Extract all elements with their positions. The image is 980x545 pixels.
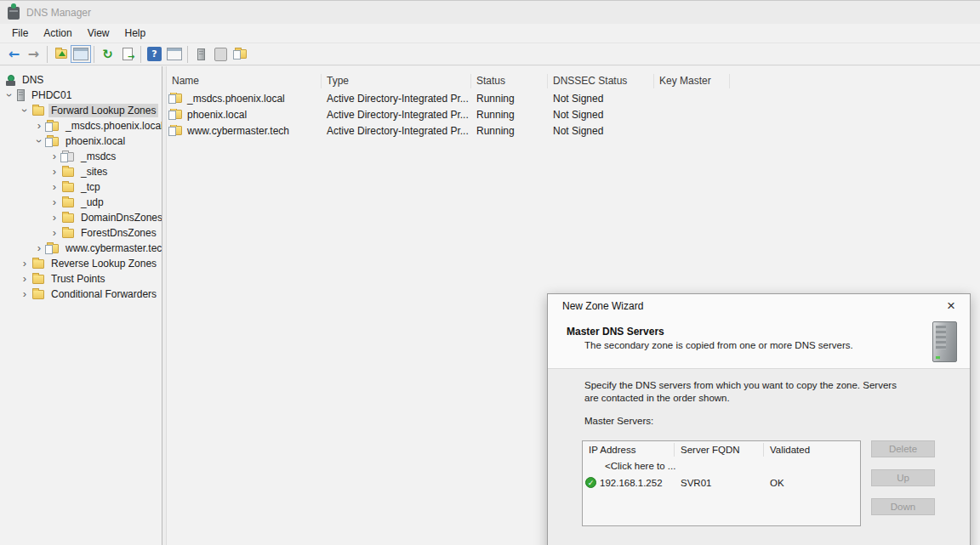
column-header-server-fqdn[interactable]: Server FQDN [675, 443, 764, 457]
console-tree: DNS › PHDC01 › Forward Lookup Zones › _m… [0, 66, 162, 545]
close-icon[interactable]: × [939, 297, 963, 315]
chevron-expanded-icon[interactable]: › [20, 104, 30, 117]
tree-item-dns[interactable]: DNS [0, 72, 162, 88]
folder-icon [62, 183, 74, 192]
tree-item-phoenix-local[interactable]: › phoenix.local [0, 133, 162, 149]
chevron-collapsed-icon[interactable]: › [48, 213, 61, 223]
chevron-collapsed-icon[interactable]: › [48, 167, 61, 177]
folder-icon [62, 198, 74, 207]
folder-icon [32, 275, 44, 284]
server-validated: OK [764, 478, 860, 488]
console-icon[interactable] [211, 45, 231, 64]
master-server-row[interactable]: ✓ 192.168.1.252 SVR01 OK [583, 474, 860, 491]
wizard-body: Specify the DNS servers from which you w… [548, 369, 970, 545]
export-list-icon[interactable]: → [117, 45, 137, 64]
tree-item-conditional-forwarders[interactable]: › Conditional Forwarders [0, 287, 162, 302]
forward-icon[interactable]: → [24, 45, 43, 64]
delete-button[interactable]: Delete [871, 440, 935, 457]
server-ip: 192.168.1.252 [600, 478, 663, 488]
toolbar-separator [47, 46, 48, 63]
folder-icon [62, 167, 74, 177]
zone-icon [47, 137, 59, 146]
wizard-page-title: Master DNS Servers [567, 326, 664, 338]
tree-item-domaindnszones[interactable]: › DomainDnsZones [0, 210, 162, 225]
show-console-tree-icon[interactable] [71, 45, 90, 64]
list-header: Name Type Status DNSSEC Status Key Maste… [167, 72, 980, 90]
toolbar-separator [94, 46, 94, 63]
chevron-expanded-icon[interactable]: › [34, 134, 44, 148]
menu-action[interactable]: Action [36, 25, 79, 42]
tree-item-udp[interactable]: › _udp [0, 195, 162, 210]
zone-icon [170, 126, 182, 135]
chevron-collapsed-icon[interactable]: › [48, 197, 61, 207]
master-servers-label: Master Servers: [584, 416, 653, 426]
chevron-collapsed-icon[interactable]: › [48, 228, 61, 238]
toolbar-separator [187, 46, 188, 63]
chevron-collapsed-icon[interactable]: › [32, 121, 46, 131]
zone-row-www-cybermaster-tech[interactable]: www.cybermaster.tech Active Directory-In… [167, 122, 980, 139]
wizard-header: Master DNS Servers The secondary zone is… [548, 317, 970, 369]
zone-row-phoenix-local[interactable]: phoenix.local Active Directory-Integrate… [167, 106, 980, 122]
server-tower-icon [932, 321, 957, 362]
chevron-expanded-icon[interactable]: › [4, 88, 14, 102]
tree-item-phdc01[interactable]: › PHDC01 [0, 88, 162, 103]
tree-item-trust-points[interactable]: › Trust Points [0, 271, 162, 287]
down-button[interactable]: Down [871, 498, 935, 515]
refresh-icon[interactable]: ↻ [98, 45, 117, 64]
toolbar: ← → ↻ → ? [0, 43, 980, 65]
title-bar: DNS Manager [0, 0, 980, 24]
column-header-ip-address[interactable]: IP Address [583, 443, 675, 457]
dns-manager-window: DNS Manager File Action View Help ← → ↻ … [0, 0, 980, 545]
column-header-name[interactable]: Name [167, 74, 322, 88]
chevron-collapsed-icon[interactable]: › [18, 258, 31, 269]
chevron-collapsed-icon[interactable]: › [32, 243, 46, 253]
folder-icon [32, 259, 44, 269]
column-header-dnssec-status[interactable]: DNSSEC Status [548, 74, 654, 88]
back-icon[interactable]: ← [4, 45, 24, 64]
help-icon[interactable]: ? [145, 45, 164, 64]
column-header-type[interactable]: Type [322, 74, 471, 88]
menu-file[interactable]: File [4, 25, 36, 42]
properties-window-icon[interactable] [164, 45, 184, 64]
chevron-collapsed-icon[interactable]: › [48, 182, 61, 192]
dns-root-icon [6, 75, 15, 86]
zone-icon [47, 122, 59, 131]
dialog-title-bar[interactable]: New Zone Wizard × [548, 294, 970, 317]
column-header-key-master[interactable]: Key Master [654, 74, 730, 88]
window-title: DNS Manager [26, 7, 91, 19]
tree-item-tcp[interactable]: › _tcp [0, 179, 162, 195]
chevron-collapsed-icon[interactable]: › [48, 151, 61, 162]
folder-icon [32, 106, 44, 116]
dialog-title: New Zone Wizard [562, 300, 939, 312]
server-icon [17, 89, 25, 101]
wizard-page-subtitle: The secondary zone is copied from one or… [584, 340, 853, 350]
server-icon[interactable] [191, 45, 211, 64]
zone-icon [170, 110, 182, 119]
tree-item-msdcs-phoenix-local[interactable]: › _msdcs.phoenix.local [0, 118, 162, 133]
zone-icon [170, 94, 182, 103]
add-server-placeholder-row[interactable]: <Click here to ... [583, 458, 860, 474]
tree-item-sites[interactable]: › _sites [0, 164, 162, 179]
delegation-icon [62, 152, 74, 162]
folder-icon [62, 229, 74, 238]
tree-item-msdcs[interactable]: › _msdcs [0, 149, 162, 164]
menu-help[interactable]: Help [117, 25, 154, 42]
tree-item-forestdnszones[interactable]: › ForestDnsZones [0, 225, 162, 241]
zone-icon [47, 244, 59, 253]
server-fqdn: SVR01 [675, 478, 764, 488]
up-button[interactable]: Up [871, 469, 935, 486]
create-zone-icon[interactable] [231, 45, 250, 64]
tree-item-forward-lookup-zones[interactable]: › Forward Lookup Zones [0, 103, 162, 118]
chevron-collapsed-icon[interactable]: › [18, 289, 31, 299]
up-one-level-icon[interactable] [51, 45, 71, 64]
wizard-instructions: Specify the DNS servers from which you w… [584, 379, 911, 405]
menu-bar: File Action View Help [0, 24, 980, 43]
tree-item-www-cybermaster-tech[interactable]: › www.cybermaster.tec [0, 241, 162, 256]
zone-row-msdcs-phoenix-local[interactable]: _msdcs.phoenix.local Active Directory-In… [167, 90, 980, 106]
chevron-collapsed-icon[interactable]: › [18, 274, 31, 284]
tree-item-reverse-lookup-zones[interactable]: › Reverse Lookup Zones [0, 256, 162, 271]
menu-view[interactable]: View [80, 25, 117, 42]
column-header-status[interactable]: Status [471, 74, 548, 88]
master-servers-header: IP Address Server FQDN Validated [583, 441, 860, 458]
column-header-validated[interactable]: Validated [764, 443, 860, 457]
